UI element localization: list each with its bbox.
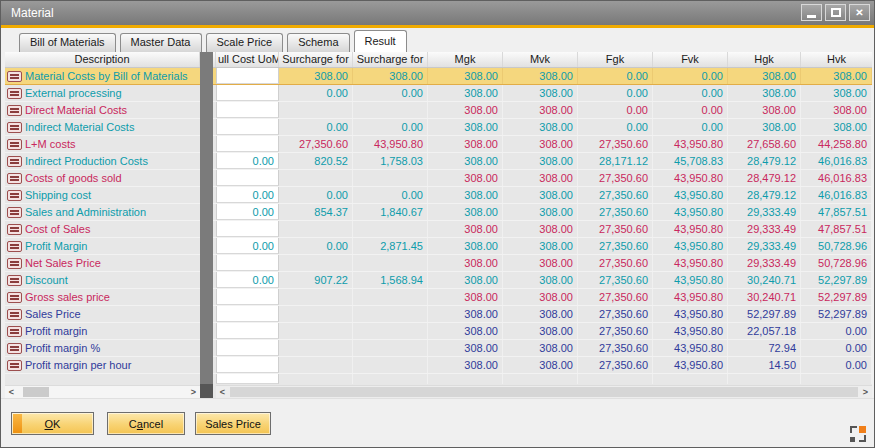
right-scrollbar-thumb[interactable]: [230, 387, 858, 397]
cell-mvk[interactable]: 308.00: [503, 136, 578, 152]
cell-full_cost[interactable]: [216, 136, 279, 152]
cancel-button[interactable]: Cancel: [107, 412, 185, 435]
cell-sur2[interactable]: [353, 306, 428, 322]
cell-hvk[interactable]: 308.00: [801, 119, 872, 135]
cell-full_cost[interactable]: 0.00: [216, 153, 279, 169]
cell-fgk[interactable]: 27,350.60: [578, 340, 653, 356]
cell-sur1[interactable]: 820.52: [279, 153, 353, 169]
cell-hgk[interactable]: 29,333.49: [728, 204, 801, 220]
cell-hvk[interactable]: 52,297.89: [801, 289, 872, 305]
cell-full_cost[interactable]: [216, 340, 279, 356]
row-details-icon[interactable]: [7, 309, 22, 320]
maximize-button[interactable]: [825, 4, 846, 21]
cell-full_cost[interactable]: 0.00: [216, 187, 279, 203]
cell-full_cost[interactable]: [216, 119, 279, 135]
cell-fgk[interactable]: 27,350.60: [578, 170, 653, 186]
cell-full_cost[interactable]: [216, 323, 279, 339]
cell-hgk[interactable]: 22,057.18: [728, 323, 801, 339]
cell-sur1[interactable]: 907.22: [279, 272, 353, 288]
row-details-icon[interactable]: [7, 173, 22, 184]
row-details-icon[interactable]: [7, 275, 22, 286]
cell-hvk[interactable]: 0.00: [801, 323, 872, 339]
cell-full_cost[interactable]: [216, 357, 279, 373]
cell-mvk[interactable]: 308.00: [503, 221, 578, 237]
cell-sur2[interactable]: [353, 323, 428, 339]
cell-sur2[interactable]: 1,840.67: [353, 204, 428, 220]
cell-mgk[interactable]: 308.00: [428, 68, 503, 84]
cell-fgk[interactable]: 27,350.60: [578, 136, 653, 152]
cell-fvk[interactable]: 43,950.80: [653, 221, 728, 237]
cell-description[interactable]: Profit margin %: [23, 340, 200, 356]
cell-fvk[interactable]: 43,950.80: [653, 255, 728, 271]
cell-mgk[interactable]: 308.00: [428, 357, 503, 373]
cell-mvk[interactable]: 308.00: [503, 85, 578, 101]
cell-hgk[interactable]: 29,333.49: [728, 238, 801, 254]
cell-description[interactable]: Shipping cost: [23, 187, 200, 203]
cell-full_cost[interactable]: [216, 306, 279, 322]
cell-mvk[interactable]: 308.00: [503, 170, 578, 186]
scroll-left-icon[interactable]: <: [216, 386, 229, 398]
cell-hgk[interactable]: 308.00: [728, 85, 801, 101]
cell-description[interactable]: Indirect Production Costs: [23, 153, 200, 169]
cell-mgk[interactable]: 308.00: [428, 170, 503, 186]
cell-fvk[interactable]: 0.00: [653, 119, 728, 135]
cell-sur1[interactable]: [279, 102, 353, 118]
cell-full_cost[interactable]: 0.00: [216, 272, 279, 288]
row-details-icon[interactable]: [7, 326, 22, 337]
cell-sur2[interactable]: 0.00: [353, 119, 428, 135]
cell-mgk[interactable]: 308.00: [428, 255, 503, 271]
cell-sur2[interactable]: 1,758.03: [353, 153, 428, 169]
row-details-icon[interactable]: [7, 156, 22, 167]
left-horizontal-scrollbar[interactable]: < >: [5, 385, 200, 398]
cell-hgk[interactable]: 72.94: [728, 340, 801, 356]
row-details-icon[interactable]: [7, 88, 22, 99]
cell-sur1[interactable]: [279, 357, 353, 373]
cell-full_cost[interactable]: [216, 289, 279, 305]
cell-sur2[interactable]: [353, 221, 428, 237]
cell-mgk[interactable]: 308.00: [428, 136, 503, 152]
cell-description[interactable]: Material Costs by Bill of Materials: [23, 68, 200, 84]
right-horizontal-scrollbar[interactable]: < >: [216, 385, 872, 398]
cell-hvk[interactable]: 308.00: [801, 102, 872, 118]
cell-sur2[interactable]: 2,871.45: [353, 238, 428, 254]
cell-hvk[interactable]: 50,728.96: [801, 255, 872, 271]
cell-mgk[interactable]: 308.00: [428, 204, 503, 220]
cell-hvk[interactable]: 46,016.83: [801, 170, 872, 186]
cell-fvk[interactable]: 43,950.80: [653, 340, 728, 356]
cell-hvk[interactable]: 47,857.51: [801, 221, 872, 237]
cell-mvk[interactable]: 308.00: [503, 289, 578, 305]
cell-fvk[interactable]: 43,950.80: [653, 204, 728, 220]
resize-grip-icon[interactable]: [850, 426, 866, 442]
cell-mgk[interactable]: 308.00: [428, 289, 503, 305]
row-details-icon[interactable]: [7, 190, 22, 201]
cell-fvk[interactable]: 43,950.80: [653, 238, 728, 254]
cell-mgk[interactable]: 308.00: [428, 340, 503, 356]
cell-full_cost[interactable]: [216, 85, 279, 101]
cell-mvk[interactable]: 308.00: [503, 204, 578, 220]
tab-schema[interactable]: Schema: [287, 33, 349, 52]
cell-hvk[interactable]: 0.00: [801, 357, 872, 373]
cell-hvk[interactable]: 46,016.83: [801, 153, 872, 169]
cell-hgk[interactable]: 28,479.12: [728, 170, 801, 186]
cell-hgk[interactable]: 308.00: [728, 119, 801, 135]
ok-button[interactable]: OK: [11, 412, 94, 435]
cell-sur2[interactable]: 308.00: [353, 68, 428, 84]
cell-mvk[interactable]: 308.00: [503, 238, 578, 254]
cell-hgk[interactable]: 30,240.71: [728, 272, 801, 288]
cell-description[interactable]: Costs of goods sold: [23, 170, 200, 186]
cell-fgk[interactable]: 0.00: [578, 85, 653, 101]
cell-mvk[interactable]: 308.00: [503, 306, 578, 322]
cell-description[interactable]: Indirect Material Costs: [23, 119, 200, 135]
cell-fgk[interactable]: 27,350.60: [578, 357, 653, 373]
cell-hvk[interactable]: 50,728.96: [801, 238, 872, 254]
cell-description[interactable]: Net Sales Price: [23, 255, 200, 271]
cell-description[interactable]: Profit Margin: [23, 238, 200, 254]
cell-fgk[interactable]: 27,350.60: [578, 272, 653, 288]
cell-fgk[interactable]: 27,350.60: [578, 255, 653, 271]
cell-sur1[interactable]: 27,350.60: [279, 136, 353, 152]
cell-mvk[interactable]: 308.00: [503, 119, 578, 135]
tab-bill-of-materials[interactable]: Bill of Materials: [19, 33, 116, 52]
cell-sur2[interactable]: [353, 357, 428, 373]
cell-fgk[interactable]: 27,350.60: [578, 306, 653, 322]
cell-sur1[interactable]: 0.00: [279, 119, 353, 135]
